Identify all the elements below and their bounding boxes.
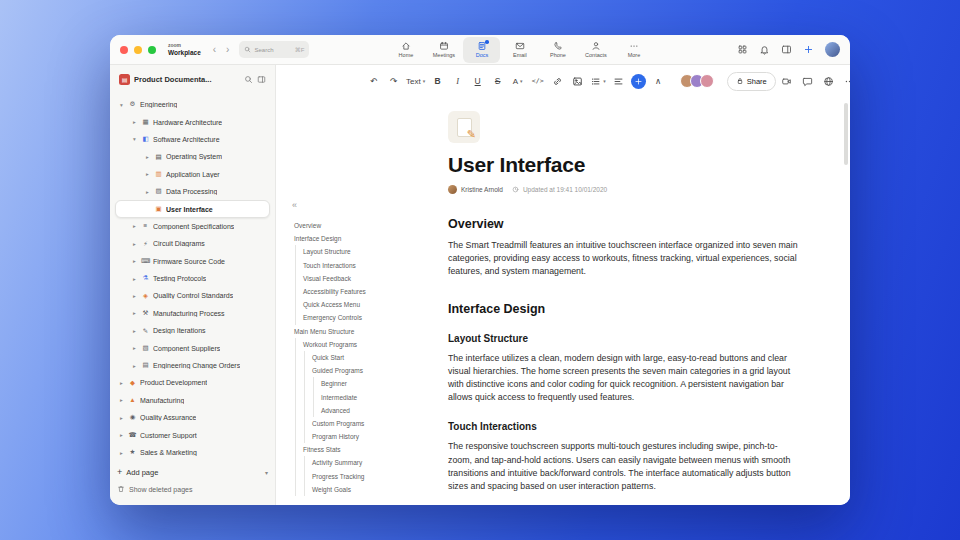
document-emoji-icon[interactable]: ✎ bbox=[448, 111, 480, 143]
sidebar-item-software-architecture[interactable]: ▾◧Software Architecture bbox=[115, 131, 270, 148]
list-button[interactable]: ▾ bbox=[590, 73, 606, 90]
sidebar-item-component-suppliers[interactable]: ▸▧Component Suppliers bbox=[115, 339, 270, 356]
collaborator-avatar[interactable] bbox=[700, 74, 714, 88]
tab-more[interactable]: More bbox=[615, 37, 652, 63]
redo-button[interactable]: ↷ bbox=[386, 73, 401, 90]
add-new-icon[interactable] bbox=[803, 44, 814, 55]
sidebar-collapse-icon[interactable] bbox=[257, 75, 266, 84]
outline-item-touch-interactions[interactable]: Touch Interactions bbox=[292, 259, 424, 272]
share-button[interactable]: Share bbox=[727, 72, 776, 91]
sidebar-item-sales-marketing[interactable]: ▸★Sales & Marketing bbox=[115, 444, 270, 461]
outline-item-weight-goals[interactable]: Weight Goals bbox=[292, 483, 424, 496]
chevron-right-icon[interactable]: ▸ bbox=[144, 154, 151, 160]
outline-item-progress-tracking[interactable]: Progress Tracking bbox=[292, 470, 424, 483]
sidebar-item-circuit-diagrams[interactable]: ▸⚡Circuit Diagrams bbox=[115, 235, 270, 252]
chevron-right-icon[interactable]: ▸ bbox=[131, 223, 138, 229]
more-options-icon[interactable] bbox=[844, 76, 850, 87]
strikethrough-button[interactable]: S bbox=[490, 73, 505, 90]
sidebar-item-hardware-architecture[interactable]: ▸▦Hardware Architecture bbox=[115, 113, 270, 130]
publish-web-icon[interactable] bbox=[823, 76, 834, 87]
sidebar-item-operating-system[interactable]: ▸▤Operating System bbox=[115, 148, 270, 165]
chevron-right-icon[interactable]: ▸ bbox=[131, 293, 138, 299]
outline-item-guided-programs[interactable]: Guided Programs bbox=[292, 364, 424, 377]
tab-meetings[interactable]: Meetings bbox=[425, 37, 462, 63]
panel-toggle-icon[interactable] bbox=[781, 44, 792, 55]
outline-item-fitness-stats[interactable]: Fitness Stats bbox=[292, 443, 424, 456]
comments-icon[interactable] bbox=[802, 76, 813, 87]
chevron-right-icon[interactable]: ▸ bbox=[131, 363, 138, 369]
chevron-right-icon[interactable]: ▸ bbox=[118, 432, 125, 438]
outline-item-advanced[interactable]: Advanced bbox=[292, 404, 424, 417]
chevron-down-icon[interactable]: ▾ bbox=[131, 136, 138, 142]
fullscreen-window-button[interactable] bbox=[148, 46, 156, 54]
bold-button[interactable]: B bbox=[430, 73, 445, 90]
sidebar-item-manufacturing[interactable]: ▸▲Manufacturing bbox=[115, 392, 270, 409]
outline-item-layout-structure[interactable]: Layout Structure bbox=[292, 245, 424, 258]
outline-item-custom-programs[interactable]: Custom Programs bbox=[292, 417, 424, 430]
outline-item-quick-access-menu[interactable]: Quick Access Menu bbox=[292, 298, 424, 311]
chevron-right-icon[interactable]: ▸ bbox=[144, 171, 151, 177]
chevron-right-icon[interactable]: ▸ bbox=[118, 415, 125, 421]
sidebar-item-manufacturing-process[interactable]: ▸⚒Manufacturing Process bbox=[115, 305, 270, 322]
sidebar-item-customer-support[interactable]: ▸☎Customer Support bbox=[115, 426, 270, 443]
chevron-right-icon[interactable]: ▸ bbox=[131, 328, 138, 334]
notifications-bell-icon[interactable] bbox=[759, 44, 770, 55]
chevron-right-icon[interactable]: ▸ bbox=[131, 345, 138, 351]
outline-item-overview[interactable]: Overview bbox=[292, 219, 424, 232]
close-window-button[interactable] bbox=[120, 46, 128, 54]
sidebar-item-engineering[interactable]: ▾⚙Engineering bbox=[115, 96, 270, 113]
outline-item-workout-programs[interactable]: Workout Programs bbox=[292, 338, 424, 351]
sidebar-item-engineering-change-orders[interactable]: ▸▤Engineering Change Orders bbox=[115, 357, 270, 374]
scrollbar-thumb[interactable] bbox=[844, 103, 848, 165]
outline-collapse-button[interactable]: « bbox=[292, 201, 424, 210]
outline-item-main-menu-structure[interactable]: Main Menu Structure bbox=[292, 325, 424, 338]
apps-grid-icon[interactable] bbox=[737, 44, 748, 55]
align-button[interactable] bbox=[611, 73, 626, 90]
chevron-right-icon[interactable]: ▸ bbox=[118, 397, 125, 403]
sidebar-item-design-iterations[interactable]: ▸✎Design Iterations bbox=[115, 322, 270, 339]
tab-home[interactable]: Home bbox=[387, 37, 424, 63]
sidebar-item-firmware-source-code[interactable]: ▸⌨Firmware Source Code bbox=[115, 253, 270, 270]
outline-item-accessibility-features[interactable]: Accessibility Features bbox=[292, 285, 424, 298]
collapse-toolbar-button[interactable]: ∧ bbox=[651, 73, 666, 90]
chevron-down-icon[interactable]: ▾ bbox=[265, 469, 268, 476]
sidebar-item-quality-control-standards[interactable]: ▸◈Quality Control Standards bbox=[115, 287, 270, 304]
underline-button[interactable]: U bbox=[470, 73, 485, 90]
insert-button[interactable] bbox=[631, 74, 646, 89]
chevron-right-icon[interactable]: ▸ bbox=[131, 310, 138, 316]
add-page-button[interactable]: + Add page ▾ bbox=[117, 463, 268, 481]
outline-item-interface-design[interactable]: Interface Design bbox=[292, 232, 424, 245]
italic-button[interactable]: I bbox=[450, 73, 465, 90]
chevron-right-icon[interactable]: ▸ bbox=[131, 276, 138, 282]
inline-code-button[interactable]: </> bbox=[530, 73, 545, 90]
chevron-right-icon[interactable]: ▸ bbox=[118, 380, 125, 386]
image-button[interactable] bbox=[570, 73, 585, 90]
sidebar-item-user-interface[interactable]: ▣User Interface bbox=[115, 200, 270, 217]
chevron-right-icon[interactable]: ▸ bbox=[118, 450, 125, 456]
undo-button[interactable]: ↶ bbox=[366, 73, 381, 90]
chevron-down-icon[interactable]: ▾ bbox=[118, 102, 125, 108]
minimize-window-button[interactable] bbox=[134, 46, 142, 54]
outline-item-emergency-controls[interactable]: Emergency Controls bbox=[292, 311, 424, 324]
outline-item-beginner[interactable]: Beginner bbox=[292, 377, 424, 390]
link-button[interactable] bbox=[550, 73, 565, 90]
global-search-input[interactable]: Search ⌘F bbox=[239, 41, 309, 58]
user-avatar[interactable] bbox=[825, 42, 840, 57]
sidebar-item-testing-protocols[interactable]: ▸⚗Testing Protocols bbox=[115, 270, 270, 287]
outline-item-intermediate[interactable]: Intermediate bbox=[292, 390, 424, 403]
show-deleted-pages-button[interactable]: Show deleted pages bbox=[117, 481, 268, 497]
outline-item-program-history[interactable]: Program History bbox=[292, 430, 424, 443]
sidebar-search-icon[interactable] bbox=[244, 75, 253, 84]
chevron-right-icon[interactable]: ▸ bbox=[131, 241, 138, 247]
tab-phone[interactable]: Phone bbox=[539, 37, 576, 63]
outline-item-activity-summary[interactable]: Activity Summary bbox=[292, 456, 424, 469]
outline-item-visual-feedback[interactable]: Visual Feedback bbox=[292, 272, 424, 285]
chevron-right-icon[interactable]: ▸ bbox=[131, 119, 138, 125]
back-button[interactable]: ‹ bbox=[213, 45, 216, 55]
sidebar-item-product-development[interactable]: ▸◆Product Development bbox=[115, 374, 270, 391]
forward-button[interactable]: › bbox=[226, 45, 229, 55]
sidebar-item-component-specifications[interactable]: ▸≡Component Specifications bbox=[115, 218, 270, 235]
tab-email[interactable]: Email bbox=[501, 37, 538, 63]
chevron-right-icon[interactable]: ▸ bbox=[144, 189, 151, 195]
video-camera-icon[interactable] bbox=[781, 76, 792, 87]
